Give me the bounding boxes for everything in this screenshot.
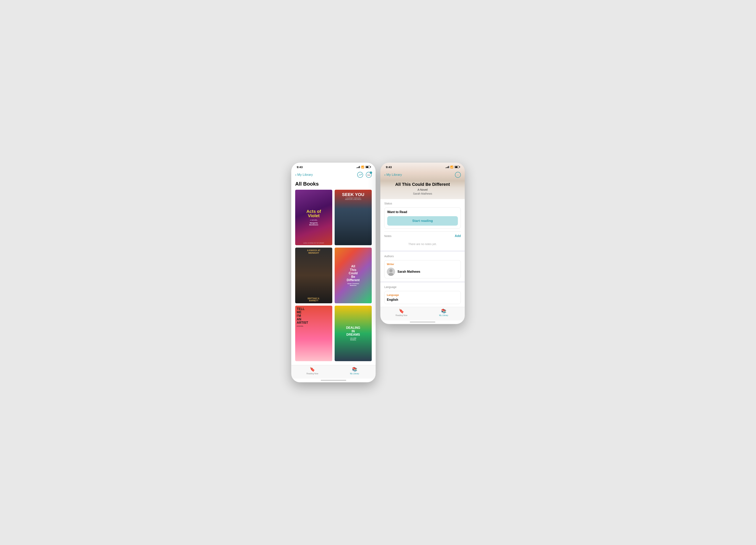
book-author-acts: MargaritaMontimore: [309, 222, 318, 226]
reading-now-tab-label-right: Reading Now: [395, 314, 407, 316]
book-author-knock: BRITTANY K.BARNETT: [295, 297, 332, 302]
back-button-left[interactable]: ‹ My Library: [295, 173, 313, 177]
left-phone: 9:43 📶 ‹ My: [291, 163, 376, 382]
home-indicator-left: [321, 380, 346, 381]
notes-section: Notes Add There are no notes yet.: [380, 232, 465, 250]
right-phone-top-section: 9:43 📶: [380, 163, 465, 199]
status-icons-left: 📶: [356, 166, 370, 169]
book-detail-header: All This Could Be Different A Novel Sara…: [380, 180, 465, 199]
my-library-tab-label-left: My Library: [350, 372, 359, 375]
battery-icon-left: [365, 166, 370, 168]
author-role: Writer: [387, 263, 458, 266]
status-icons-right: 📶: [446, 166, 459, 169]
back-label-left: My Library: [297, 173, 313, 177]
reading-now-tab-label-left: Reading Now: [306, 372, 318, 375]
language-value: English: [387, 298, 458, 301]
wifi-icon-left: 📶: [361, 166, 364, 169]
tab-my-library-left[interactable]: 📚 My Library: [333, 367, 376, 375]
more-options-icon: ···: [457, 173, 459, 176]
book-subtitle-acts: A NOVEL: [310, 219, 318, 221]
reading-now-tab-icon-right: 🔖: [399, 308, 404, 314]
status-bar-left: 9:43 📶: [291, 163, 376, 170]
language-section-title: Language: [384, 285, 461, 288]
tab-my-library-right[interactable]: 📚 My Library: [423, 308, 465, 316]
book-cover-acts[interactable]: Acts ofViolet A NOVEL MargaritaMontimore…: [295, 190, 332, 246]
book-title-all: AllThisCouldBeDifferent Sarah ThankamMat…: [335, 248, 372, 303]
nav-bar-left: ‹ My Library 📖 +: [291, 170, 376, 180]
book-detail-title: All This Could Be Different: [384, 182, 461, 187]
phones-container: 9:43 📶 ‹ My: [291, 163, 465, 382]
time-left: 9:43: [297, 165, 303, 169]
add-book-nav-icon[interactable]: 📖 +: [366, 172, 372, 178]
time-right: 9:43: [386, 165, 392, 169]
more-options-button[interactable]: ···: [455, 172, 461, 178]
book-title-knock: A KNOCK ATMIDNIGHT: [295, 249, 332, 254]
tab-bar-left: 🔖 Reading Now 📚 My Library: [291, 365, 376, 379]
book-title-acts: Acts ofViolet: [306, 209, 321, 218]
battery-icon-right: [455, 166, 459, 168]
page-title-left: All Books: [291, 180, 376, 190]
book-title-seek: SEEK YOU A JOURNEY THROUGHAMERICAN LONEL…: [335, 193, 372, 200]
author-card: Writer Sarah Mathews: [384, 260, 461, 278]
back-button-right[interactable]: ‹ My Library: [384, 173, 402, 177]
start-reading-button[interactable]: Start reading: [387, 216, 458, 226]
book-title-dealing: DEALINGINDREAMS LILLIAMRIVERA: [335, 306, 372, 361]
tab-bar-right: 🔖 Reading Now 📚 My Library: [380, 307, 465, 320]
language-card: Language English: [384, 291, 461, 304]
status-value: Want to Read: [387, 210, 458, 214]
reading-now-tab-icon-left: 🔖: [310, 367, 315, 372]
home-indicator-right: [410, 321, 435, 322]
svg-point-1: [389, 269, 393, 272]
my-library-tab-icon-right: 📚: [441, 308, 446, 314]
right-phone: 9:43 📶: [380, 163, 465, 324]
author-name: Sarah Mathews: [397, 270, 420, 273]
my-library-tab-icon-left: 📚: [352, 367, 357, 372]
book-cover-dealing[interactable]: DEALINGINDREAMS LILLIAMRIVERA: [335, 306, 372, 361]
book-detail-author: Sarah Mathews: [384, 192, 461, 195]
book-title-tell: TELLMEI'MANARTIST A NOVEL: [295, 307, 332, 327]
notes-header: Notes Add: [384, 234, 461, 238]
book-cover-knock[interactable]: A KNOCK ATMIDNIGHT BRITTANY K.BARNETT: [295, 248, 332, 303]
book-cover-all[interactable]: AllThisCouldBeDifferent Sarah ThankamMat…: [335, 248, 372, 303]
authors-section-title: Authors: [384, 255, 461, 258]
book-detail-subtitle: A Novel: [384, 188, 461, 191]
section-separator-2: [380, 281, 465, 283]
my-library-tab-label-right: My Library: [439, 314, 448, 316]
notes-empty-message: There are no notes yet.: [384, 241, 461, 248]
books-grid: Acts ofViolet A NOVEL MargaritaMontimore…: [291, 190, 376, 365]
notes-add-button[interactable]: Add: [455, 234, 461, 238]
tab-reading-now-left[interactable]: 🔖 Reading Now: [291, 367, 333, 375]
language-role: Language: [387, 293, 458, 296]
status-section-title: Status: [384, 202, 461, 205]
back-label-right: My Library: [386, 173, 402, 177]
signal-icon-right: [446, 166, 449, 168]
status-bar-right: 9:43 📶: [380, 163, 465, 170]
back-arrow-right: ‹: [384, 173, 386, 177]
tab-reading-now-right[interactable]: 🔖 Reading Now: [380, 308, 423, 316]
book-cover-seek[interactable]: SEEK YOU A JOURNEY THROUGHAMERICAN LONEL…: [335, 190, 372, 246]
author-avatar: [387, 268, 395, 276]
reading-now-nav-icon[interactable]: [357, 172, 363, 178]
status-card: Want to Read Start reading: [384, 207, 461, 229]
wifi-icon-right: 📶: [450, 166, 453, 169]
language-section: Language Language English: [380, 283, 465, 307]
status-section: Status Want to Read Start reading: [380, 199, 465, 231]
notes-title: Notes: [384, 235, 392, 238]
section-separator-1: [380, 250, 465, 252]
authors-section: Authors Writer Sarah Mathews: [380, 252, 465, 281]
nav-icons-left: 📖 +: [357, 172, 372, 178]
author-row: Sarah Mathews: [387, 268, 458, 276]
book-cover-tell[interactable]: TELLMEI'MANARTIST A NOVEL: [295, 306, 332, 361]
book-tagline-acts: author of OONA OUT OF ORDER: [295, 242, 332, 244]
signal-icon-left: [356, 166, 360, 168]
nav-bar-right: ‹ My Library ···: [380, 170, 465, 180]
back-arrow-left: ‹: [295, 173, 297, 177]
